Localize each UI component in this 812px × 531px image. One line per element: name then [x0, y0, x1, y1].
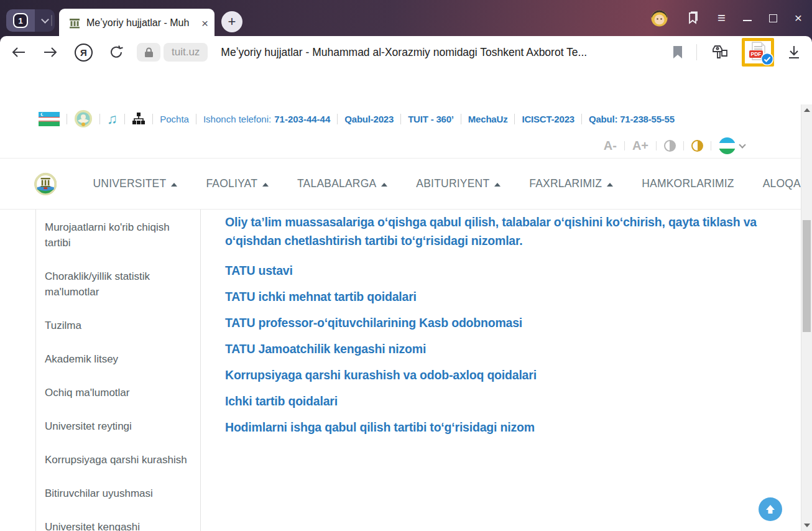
document-link[interactable]: TATU professor-oʻqituvchilarining Kasb o…: [225, 313, 785, 332]
contrast-toggle-icon[interactable]: [664, 140, 676, 152]
divider: [152, 114, 153, 124]
nav-item[interactable]: FAXRLARIMIZ: [529, 177, 613, 190]
chevron-down-icon[interactable]: [739, 141, 745, 148]
check-badge-icon: [761, 53, 773, 65]
divider: [581, 114, 582, 124]
document-link[interactable]: Ichki tartib qoidalari: [225, 392, 785, 410]
sidebar-item[interactable]: Akademik litsey: [45, 342, 191, 376]
pdf-extension-button-highlighted[interactable]: PDF: [742, 38, 774, 67]
font-decrease-button[interactable]: A-: [604, 139, 617, 153]
sidebar-item[interactable]: Tuzilma: [45, 308, 191, 342]
scrollbar-down-arrow[interactable]: [804, 524, 810, 527]
new-tab-button[interactable]: +: [221, 11, 242, 32]
back-icon[interactable]: [11, 46, 26, 58]
site-header: ♫ Pochta Ishonch telefoni: 71-203-44-44: [0, 104, 801, 159]
caret-up-icon: [262, 183, 269, 187]
maximize-button[interactable]: [769, 14, 777, 22]
divider: [124, 114, 125, 124]
font-increase-button[interactable]: A+: [632, 139, 648, 153]
tab-title: Meʼyoriy hujjatlar - Muh: [86, 17, 196, 29]
window-close-button[interactable]: ×: [795, 11, 802, 25]
divider: [711, 141, 711, 150]
document-link[interactable]: TATU Jamoatchilik kengashi nizomi: [225, 339, 785, 358]
sidebar-item[interactable]: Bitiruvchilar uyushmasi: [45, 476, 191, 510]
svg-text:PDF: PDF: [751, 51, 762, 57]
browser-toolbar: Я tuit.uz Meʼyoriy hujjatlar - Muhammad …: [0, 36, 812, 68]
trust-phone-number[interactable]: 71-203-44-44: [274, 114, 330, 124]
quick-link[interactable]: Qabul: 71-238-55-55: [589, 114, 675, 124]
document-heading-link[interactable]: Oliy taʼlim muassasalariga oʻqishga qabu…: [225, 213, 773, 250]
nav-item[interactable]: ALOQA: [763, 177, 801, 190]
sidebar-item[interactable]: Korrupsiyaga qarshi kurashish: [45, 443, 191, 476]
tab-counter-badge: 1: [13, 13, 28, 28]
quick-link[interactable]: TUIT - 360ʼ: [408, 114, 454, 124]
sidebar-menu: Murojaatlarni ko'rib chiqish tartibi Cho…: [35, 209, 201, 531]
browser-window: 1 Meʼyoriy hujjatlar - Muh × +: [0, 0, 812, 531]
uzbekistan-flag-icon[interactable]: [39, 112, 60, 126]
scroll-to-top-button[interactable]: [759, 497, 782, 521]
reload-icon[interactable]: [109, 45, 124, 60]
anthem-music-icon[interactable]: ♫: [107, 112, 118, 126]
nav-item[interactable]: HAMKORLARIMIZ: [642, 177, 734, 190]
sidebar-item[interactable]: Choraklik/yillik statistik ma'lumotlar: [45, 259, 191, 308]
web-page: ♫ Pochta Ishonch telefoni: 71-203-44-44: [0, 104, 801, 531]
arrow-up-icon: [764, 503, 777, 515]
titlebar-separator: [51, 15, 52, 26]
browser-tab[interactable]: Meʼyoriy hujjatlar - Muh ×: [59, 9, 215, 37]
quick-link[interactable]: ICISCT-2023: [522, 114, 574, 124]
tab-close-icon[interactable]: ×: [201, 17, 208, 29]
caret-up-icon: [607, 183, 613, 187]
trust-phone-label: Ishonch telefoni:: [203, 114, 271, 124]
state-emblem-icon[interactable]: [74, 109, 93, 128]
nav-item[interactable]: UNIVERSITET: [93, 177, 177, 190]
sidebar-item[interactable]: Universitet kengashi: [45, 510, 191, 531]
quick-link[interactable]: Qabul-2023: [344, 114, 394, 124]
nav-item[interactable]: ABITURIYENT: [416, 177, 501, 190]
collections-icon[interactable]: [685, 11, 700, 25]
tab-counter[interactable]: 1: [6, 9, 35, 32]
nav-item[interactable]: TALABALARGA: [297, 177, 387, 190]
caret-up-icon: [171, 183, 177, 187]
divider: [624, 141, 625, 150]
side-panel-icon[interactable]: [710, 44, 729, 60]
document-link[interactable]: TATU ustavi: [225, 261, 785, 280]
caret-up-icon: [494, 183, 501, 187]
menu-icon[interactable]: ≡: [717, 10, 726, 26]
minimize-button[interactable]: [743, 20, 752, 21]
quick-link[interactable]: MechaUz: [468, 114, 508, 124]
language-selector-flag-icon[interactable]: [719, 137, 736, 154]
bookmark-icon[interactable]: [672, 45, 683, 59]
sidebar-item[interactable]: Murojaatlarni ko'rib chiqish tartibi: [45, 210, 191, 259]
sidebar-item[interactable]: Ochiq ma'lumotlar: [45, 376, 191, 409]
lock-icon: [144, 47, 154, 58]
page-scrollbar[interactable]: [801, 104, 812, 531]
document-link[interactable]: Korrupsiyaga qarshi kurashish va odob-ax…: [225, 366, 785, 384]
document-link[interactable]: Hodimlarni ishga qabul qilish tartibi to…: [225, 418, 785, 436]
nav-menu: UNIVERSITET FAOLIYAT TALABALARGA: [93, 177, 801, 190]
tab-group-control[interactable]: 1: [6, 9, 55, 32]
scrollbar-up-arrow[interactable]: [804, 108, 810, 112]
divider: [337, 114, 338, 124]
omnibox-page-title[interactable]: Meʼyoriy hujjatlar - Muhammad al-Xorazmi…: [221, 46, 656, 59]
download-icon[interactable]: [787, 45, 801, 60]
profile-avatar[interactable]: [651, 10, 668, 27]
yandex-icon[interactable]: Я: [75, 44, 93, 62]
university-logo[interactable]: [34, 165, 57, 203]
chevron-down-icon: [41, 16, 49, 24]
divider: [67, 114, 67, 124]
divider: [99, 114, 100, 124]
nav-item[interactable]: FAOLIYAT: [206, 177, 269, 190]
divider: [400, 114, 401, 124]
forward-icon[interactable]: [43, 46, 58, 58]
mail-link[interactable]: Pochta: [160, 114, 189, 124]
document-link[interactable]: TATU ichki mehnat tartib qoidalari: [225, 287, 785, 306]
divider: [461, 114, 461, 124]
sitemap-icon[interactable]: [132, 112, 145, 126]
contrast-toggle-gold-icon[interactable]: [691, 140, 703, 152]
divider: [683, 141, 684, 150]
sidebar-item[interactable]: Universitet reytingi: [45, 409, 191, 443]
site-security-lock[interactable]: [137, 43, 160, 62]
scrollbar-thumb[interactable]: [803, 220, 811, 332]
url-host-chip[interactable]: tuit.uz: [164, 43, 208, 62]
toolbar-separator: [696, 44, 697, 60]
